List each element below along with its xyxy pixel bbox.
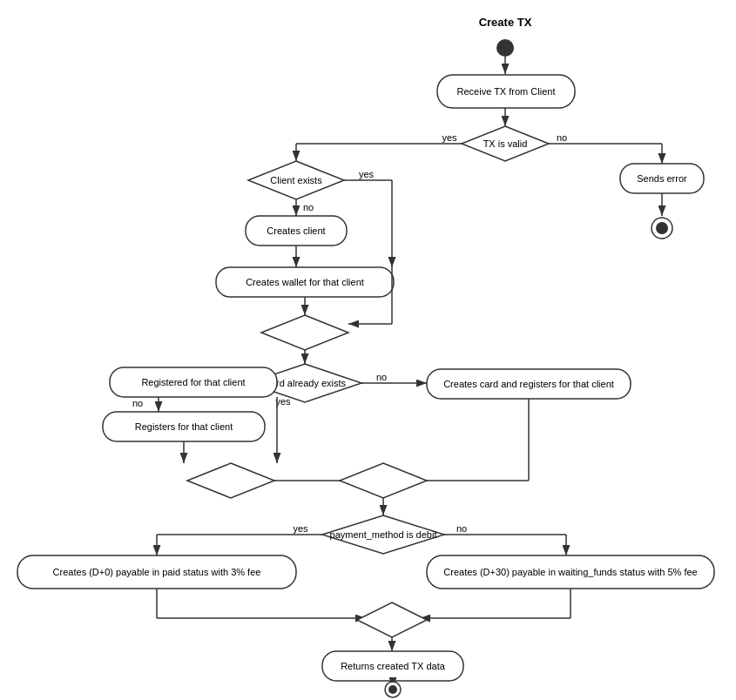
card-exists-no-label: no (376, 372, 387, 382)
merge4-node (357, 602, 427, 637)
returns-data-label: Returns created TX data (341, 661, 446, 671)
merge3-node (340, 463, 427, 498)
registered-client-label: Registered for that client (141, 377, 245, 387)
receive-tx-label: Receive TX from Client (457, 86, 556, 97)
end-error-inner (656, 222, 668, 234)
creates-client-label: Creates client (267, 225, 325, 236)
payment-no-label: no (456, 523, 467, 534)
creates-credit-label: Creates (D+30) payable in waiting_funds … (443, 567, 697, 577)
start-node (496, 39, 514, 57)
sends-error-label: Sends error (637, 173, 687, 184)
client-exists-yes-label: yes (359, 169, 375, 179)
creates-wallet-label: Creates wallet for that client (246, 277, 364, 287)
merge1-node (261, 315, 348, 350)
client-exists-label: Client exists (270, 175, 322, 185)
registered-no-label: no (132, 398, 143, 408)
diagram-title: Create TX (479, 16, 532, 29)
payment-method-label: payment_method is debit (330, 529, 437, 540)
tx-valid-yes-label: yes (442, 132, 457, 143)
end-inner (388, 685, 397, 694)
payment-yes-label: yes (293, 523, 308, 534)
registers-client-label: Registers for that client (135, 421, 233, 432)
tx-valid-no-label: no (557, 132, 567, 143)
diagram-container: Create TX Receive TX from Client TX is v… (0, 0, 736, 700)
creates-card-label: Creates card and registers for that clie… (443, 379, 614, 389)
registered-yes-label: yes (275, 396, 291, 407)
merge2-node (187, 463, 274, 498)
client-exists-no-label: no (303, 202, 314, 212)
creates-debit-label: Creates (D+0) payable in paid status wit… (53, 567, 261, 577)
tx-valid-label: TX is valid (483, 138, 528, 149)
